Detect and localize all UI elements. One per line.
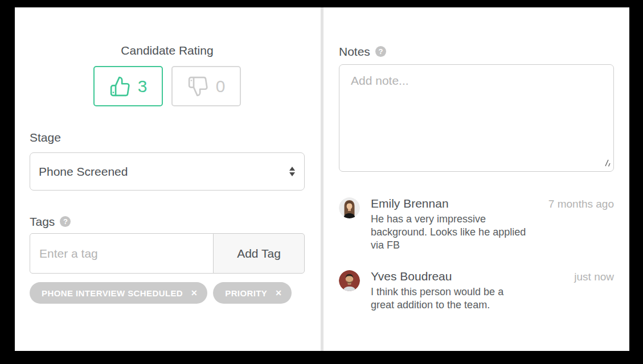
note-text: I think this person would be a great add… [371, 286, 550, 312]
note-timestamp: just now [574, 271, 614, 283]
tag-pill: PHONE INTERVIEW SCHEDULED ✕ [30, 282, 207, 304]
add-note-textarea[interactable] [339, 64, 614, 172]
remove-tag-icon[interactable]: ✕ [191, 289, 198, 297]
note-item: Emily Brennan 7 months ago He has a very… [339, 196, 614, 252]
stage-selected-value: Phone Screened [39, 165, 128, 179]
thumbs-up-button[interactable]: 3 [93, 66, 163, 106]
note-editor [339, 64, 614, 172]
note-header: Emily Brennan 7 months ago [371, 196, 614, 211]
note-author: Yves Boudreau [371, 269, 452, 284]
tags-label-text: Tags [30, 214, 55, 229]
avatar [339, 270, 360, 291]
stage-select[interactable]: Phone Screened [30, 152, 305, 191]
emily-avatar-image [339, 197, 360, 218]
remove-tag-icon[interactable]: ✕ [275, 289, 282, 297]
notes-panel: Notes ? Emily Bren [323, 7, 629, 351]
stage-label: Stage [30, 130, 305, 145]
thumbs-down-count: 0 [216, 78, 226, 95]
candidate-rating-title: Candidate Rating [30, 43, 305, 58]
tag-input[interactable] [30, 233, 214, 274]
avatar [339, 197, 360, 218]
add-tag-button[interactable]: Add Tag [213, 233, 305, 274]
stage-label-text: Stage [30, 130, 61, 145]
tag-pill-list: PHONE INTERVIEW SCHEDULED ✕ PRIORITY ✕ [30, 282, 305, 304]
candidate-detail-frame: Candidate Rating 3 0 Stage Phone Scr [15, 7, 629, 351]
note-header: Yves Boudreau just now [371, 269, 614, 284]
note-body: Emily Brennan 7 months ago He has a very… [371, 196, 614, 252]
select-arrows-icon [289, 167, 295, 176]
tags-help-icon[interactable]: ? [60, 216, 71, 227]
tag-entry-row: Add Tag [30, 233, 305, 274]
note-text: He has a very impressive background. Loo… [371, 213, 550, 252]
thumbs-up-count: 3 [138, 78, 148, 95]
tag-pill: PRIORITY ✕ [213, 282, 292, 304]
thumbs-down-button[interactable]: 0 [171, 66, 241, 106]
notes-label: Notes ? [339, 44, 614, 59]
resize-handle-icon[interactable] [604, 159, 611, 167]
notes-help-icon[interactable]: ? [375, 46, 386, 57]
yves-avatar-image [339, 270, 360, 291]
thumbs-down-icon [187, 76, 209, 97]
note-item: Yves Boudreau just now I think this pers… [339, 269, 614, 312]
rating-stage-tags-panel: Candidate Rating 3 0 Stage Phone Scr [15, 7, 321, 351]
notes-label-text: Notes [339, 44, 370, 59]
rating-buttons: 3 0 [30, 66, 305, 106]
note-timestamp: 7 months ago [548, 198, 614, 210]
thumbs-up-icon [109, 76, 131, 97]
tags-label: Tags ? [30, 214, 305, 229]
note-body: Yves Boudreau just now I think this pers… [371, 269, 614, 312]
tag-pill-label: PRIORITY [225, 288, 267, 298]
tag-pill-label: PHONE INTERVIEW SCHEDULED [42, 288, 183, 298]
note-author: Emily Brennan [371, 196, 449, 211]
